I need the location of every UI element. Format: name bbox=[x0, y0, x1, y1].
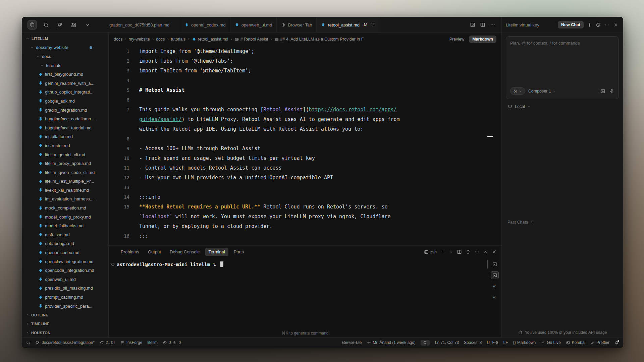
tree-file[interactable]: gradio_integration.md bbox=[22, 106, 108, 115]
tree-folder[interactable]: docs/my-website bbox=[22, 43, 108, 52]
model-selector[interactable]: Composer 1 bbox=[528, 89, 556, 94]
editor-tab[interactable]: openai_codex.md bbox=[180, 17, 230, 33]
past-chats-section[interactable]: Past Chats bbox=[507, 220, 533, 225]
tree-file[interactable]: litellm_qwen_code_cli.md bbox=[22, 168, 108, 177]
tree-file[interactable]: model_config_proxy.md bbox=[22, 213, 108, 222]
tree-file[interactable]: openweb_ui.md bbox=[22, 275, 108, 284]
breadcrumb-item[interactable]: ## 4. Add LiteLLM as a Custom Provider i… bbox=[274, 37, 364, 42]
microphone-icon[interactable] bbox=[609, 88, 614, 94]
tree-file[interactable]: litellm_Test_Multiple_Pr... bbox=[22, 177, 108, 186]
terminal-scrollbar[interactable] bbox=[487, 260, 488, 268]
status-problems[interactable]: 00 bbox=[163, 340, 181, 345]
panel-tab-output[interactable]: Output bbox=[145, 248, 164, 256]
shell-indicator[interactable]: zsh bbox=[424, 250, 437, 254]
tree-folder[interactable]: tutorials bbox=[22, 61, 108, 70]
tree-file[interactable]: instructor.md bbox=[22, 141, 108, 150]
tree-file[interactable]: provider_specific_para... bbox=[22, 302, 108, 311]
sidebar-section-timeline[interactable]: TIMELINE bbox=[22, 319, 108, 328]
tree-file[interactable]: opencode_integration.md bbox=[22, 266, 108, 275]
split-editor-icon[interactable] bbox=[480, 22, 485, 27]
tree-file[interactable]: livekit_xai_realtime.md bbox=[22, 186, 108, 195]
sidebar-section-houston[interactable]: HOUSTON bbox=[22, 328, 108, 337]
status-prettier[interactable]: Prettier bbox=[590, 340, 609, 345]
open-preview-icon[interactable] bbox=[470, 22, 475, 27]
breadcrumb-item[interactable]: retool_assist.md bbox=[192, 37, 228, 42]
new-chat-plus-icon[interactable] bbox=[587, 22, 592, 27]
tree-file[interactable]: msft_sso.md bbox=[22, 230, 108, 239]
chat-close-icon[interactable] bbox=[613, 22, 618, 27]
tree-file[interactable]: litellm_gemini_cli.md bbox=[22, 150, 108, 159]
status-encoding[interactable]: UTF-8 bbox=[487, 340, 498, 345]
breadcrumb-item[interactable]: docs bbox=[114, 37, 122, 42]
panel-tab-terminal[interactable]: Terminal bbox=[205, 248, 228, 256]
editor-tab[interactable]: Browser Tab bbox=[277, 17, 317, 33]
chat-more-icon[interactable] bbox=[604, 22, 609, 27]
status-indentation[interactable]: Spaces: 3 bbox=[464, 340, 482, 345]
environment-selector[interactable]: Local bbox=[502, 101, 623, 112]
tree-file[interactable]: openai_codex.md bbox=[22, 248, 108, 257]
status-remote-indicator[interactable] bbox=[26, 341, 31, 345]
split-terminal-icon[interactable] bbox=[457, 249, 462, 254]
breadcrumb-item[interactable]: my-website bbox=[129, 37, 150, 42]
status-kombai[interactable]: Kombai bbox=[566, 340, 586, 345]
editor-tab[interactable]: retool_assist.md↓M bbox=[317, 17, 379, 33]
panel-tab-ports[interactable]: Ports bbox=[230, 248, 247, 256]
tree-file[interactable]: installation.md bbox=[22, 132, 108, 141]
preview-mode-button[interactable]: Preview bbox=[449, 37, 464, 42]
terminal-body[interactable]: astrodevil@Astro-Mac-mini litellm % ∞∞ ⌘… bbox=[109, 258, 501, 337]
terminal-instance-zsh-active[interactable] bbox=[491, 271, 499, 279]
tree-file[interactable]: github_copilot_integrati... bbox=[22, 88, 108, 97]
status-git-blame[interactable]: Mr. Ånand (1 week ago) bbox=[367, 340, 415, 345]
chat-input-box[interactable]: Plan, @ for context, / for commands ∞ Co… bbox=[506, 36, 619, 99]
tab-close-icon[interactable] bbox=[370, 23, 375, 27]
agent-terminal-1[interactable]: ∞ bbox=[491, 282, 499, 290]
activity-search-button[interactable] bbox=[41, 20, 51, 29]
chat-session-title[interactable]: Litellm virtual key bbox=[506, 22, 554, 27]
tree-file[interactable]: mock_completion.md bbox=[22, 203, 108, 213]
new-terminal-icon[interactable] bbox=[440, 249, 445, 254]
status-cursor-tab[interactable]: Cursor Tab bbox=[342, 340, 362, 345]
tree-file[interactable]: huggingface_tutorial.md bbox=[22, 123, 108, 132]
status-notifications[interactable] bbox=[614, 341, 619, 345]
tree-file[interactable]: litellm_proxy_aporia.md bbox=[22, 159, 108, 168]
terminal-profile-icon[interactable] bbox=[449, 250, 453, 254]
tree-file[interactable]: gemini_realtime_with_a... bbox=[22, 79, 108, 88]
agent-mode-selector[interactable]: ∞ bbox=[510, 87, 525, 95]
sidebar-section-outline[interactable]: OUTLINE bbox=[22, 310, 108, 319]
editor-tab[interactable]: openweb_ui.md bbox=[230, 17, 277, 33]
editor-tab[interactable]: gration_doc_d075fd58.plan.md bbox=[109, 17, 180, 33]
terminal-more-icon[interactable] bbox=[474, 249, 479, 254]
tree-file[interactable]: oobabooga.md bbox=[22, 239, 108, 248]
breadcrumb-item[interactable]: tutorials bbox=[171, 37, 186, 42]
maximize-panel-icon[interactable] bbox=[483, 249, 488, 254]
tree-file[interactable]: huggingface_codellama... bbox=[22, 114, 108, 123]
status-git-branch[interactable]: docs/retool-assist-integration* bbox=[36, 340, 95, 345]
more-actions-icon[interactable] bbox=[490, 22, 495, 27]
close-panel-icon[interactable] bbox=[492, 249, 497, 254]
agent-terminal-2[interactable]: ∞ bbox=[491, 293, 499, 301]
tree-file[interactable]: lm_evaluation_harness.... bbox=[22, 195, 108, 204]
terminal-instance-zsh[interactable] bbox=[491, 260, 499, 268]
tree-file[interactable]: presidio_pii_masking.md bbox=[22, 284, 108, 293]
activity-explorer-button[interactable] bbox=[28, 20, 37, 29]
image-attach-icon[interactable] bbox=[600, 88, 605, 94]
tree-file[interactable]: openclaw_integration.md bbox=[22, 257, 108, 266]
status-go-live[interactable]: Go Live bbox=[541, 340, 560, 345]
tree-file[interactable]: prompt_caching.md bbox=[22, 293, 108, 302]
activity-extensions-button[interactable] bbox=[69, 20, 78, 29]
panel-tab-problems[interactable]: Problems bbox=[117, 248, 143, 256]
status-language-mode[interactable]: { }Markdown bbox=[513, 340, 536, 345]
project-section-header[interactable]: LITELLM bbox=[22, 34, 108, 43]
tree-file[interactable]: google_adk.md bbox=[22, 97, 108, 106]
tree-file[interactable]: first_playground.md bbox=[22, 70, 108, 79]
new-chat-tab[interactable]: New Chat bbox=[558, 21, 584, 28]
activity-source-control-button[interactable] bbox=[55, 20, 64, 29]
panel-tab-debug-console[interactable]: Debug Console bbox=[166, 248, 203, 256]
markdown-mode-button[interactable]: Markdown bbox=[469, 36, 496, 43]
breadcrumb-item[interactable]: # Retool Assist bbox=[234, 37, 268, 42]
status-cursor-position[interactable]: Ln 71, Col 73 bbox=[435, 340, 459, 345]
status-insforge[interactable]: InsForge bbox=[120, 340, 142, 345]
status-litellm[interactable]: litellm bbox=[147, 340, 158, 345]
tree-file[interactable]: model_fallbacks.md bbox=[22, 221, 108, 230]
status-search-toggle[interactable] bbox=[421, 340, 430, 346]
